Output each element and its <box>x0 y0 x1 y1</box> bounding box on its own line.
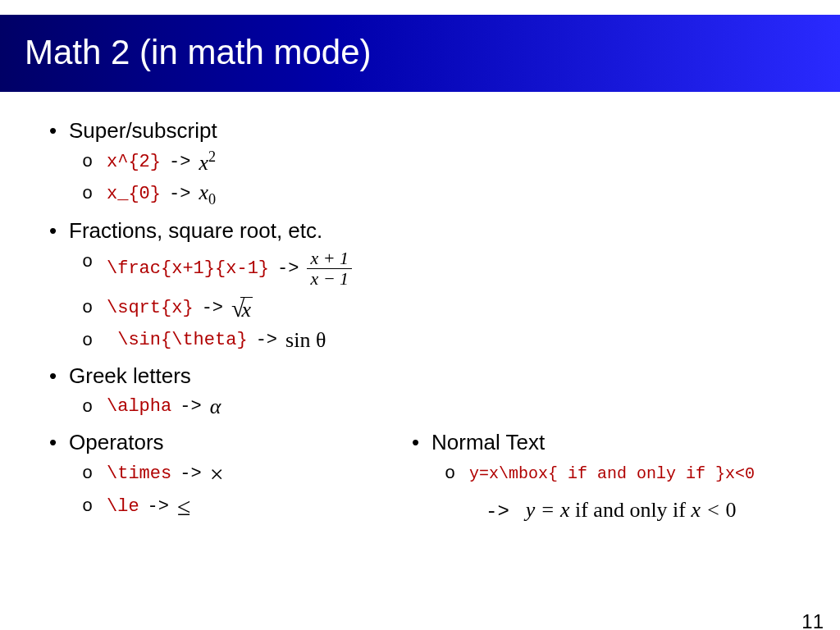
code-x-sub-zero: x_{0} <box>107 184 161 204</box>
item-x-squared: x^{2} -> x2 <box>82 148 445 176</box>
code-sqrt: \sqrt{x} <box>107 298 194 318</box>
math-times: × <box>210 460 224 488</box>
item-x-sub-zero: x_{0} -> x0 <box>82 180 445 208</box>
math-sin: sin θ <box>285 328 326 353</box>
arrow-icon: -> <box>277 258 299 279</box>
item-frac: \frac{x+1}{x-1} -> x + 1 x − 1 <box>82 249 445 290</box>
arrow-icon: -> <box>486 500 509 523</box>
arrow-icon: -> <box>148 496 169 517</box>
math-le: ≤ <box>177 493 190 521</box>
math-x-sub-zero: x0 <box>199 180 216 208</box>
fraction-numerator: x + 1 <box>307 249 352 269</box>
math-output: y = x if and only if x < 0 <box>526 498 737 522</box>
item-times: \times -> × <box>82 460 445 488</box>
item-le: \le -> ≤ <box>82 493 445 521</box>
item-alpha: \alpha -> α <box>82 394 445 420</box>
arrow-icon: -> <box>202 298 223 318</box>
math-subscript: 0 <box>208 191 216 208</box>
code-times: \times <box>107 463 171 484</box>
section-normal-text: Normal Text <box>412 430 807 455</box>
slide-body: Super/subscript x^{2} -> x2 x_{0} -> x0 … <box>0 92 840 526</box>
left-column: Super/subscript x^{2} -> x2 x_{0} -> x0 … <box>49 108 445 526</box>
item-sqrt: \sqrt{x} -> √x <box>82 294 445 322</box>
mbox-output: -> y = x if and only if x < 0 <box>486 498 807 523</box>
code-frac: \frac{x+1}{x-1} <box>107 258 269 279</box>
slide: Math 2 (in math mode) Super/subscript x^… <box>0 15 840 630</box>
math-part: x < <box>691 498 725 522</box>
radicand: x <box>240 297 253 322</box>
section-operators: Operators <box>49 430 445 455</box>
arrow-icon: -> <box>169 152 190 172</box>
math-x-squared: x2 <box>199 148 216 176</box>
slide-title: Math 2 (in math mode) <box>0 15 840 92</box>
code-le: \le <box>107 496 139 517</box>
math-part: y = x <box>526 498 575 522</box>
math-fraction: x + 1 x − 1 <box>307 249 352 289</box>
page-number: 11 <box>801 610 824 630</box>
math-zero: 0 <box>726 498 737 522</box>
code-x-squared: x^{2} <box>107 152 161 172</box>
math-superscript: 2 <box>208 148 216 165</box>
section-greek: Greek letters <box>49 363 445 389</box>
math-text-part: if and only if <box>575 498 692 522</box>
right-column: Normal Text y=x\mbox{ if and only if }x<… <box>412 420 807 523</box>
item-mbox: y=x\mbox{ if and only if }x<0 <box>445 460 807 486</box>
math-sqrt: √x <box>231 294 253 322</box>
math-base: x <box>199 180 208 204</box>
section-superscript: Super/subscript <box>49 118 445 144</box>
section-fractions: Fractions, square root, etc. <box>49 218 445 244</box>
arrow-icon: -> <box>180 463 201 484</box>
code-alpha: \alpha <box>107 396 171 417</box>
item-sin: \sin{\theta} -> sin θ <box>82 327 445 354</box>
code-sin: \sin{\theta} <box>107 330 248 350</box>
math-alpha: α <box>210 395 221 419</box>
code-mbox: y=x\mbox{ if and only if }x<0 <box>469 464 755 483</box>
math-base: x <box>199 151 208 175</box>
fraction-denominator: x − 1 <box>307 269 352 289</box>
arrow-icon: -> <box>256 330 277 350</box>
arrow-icon: -> <box>169 184 190 204</box>
arrow-icon: -> <box>180 396 201 417</box>
